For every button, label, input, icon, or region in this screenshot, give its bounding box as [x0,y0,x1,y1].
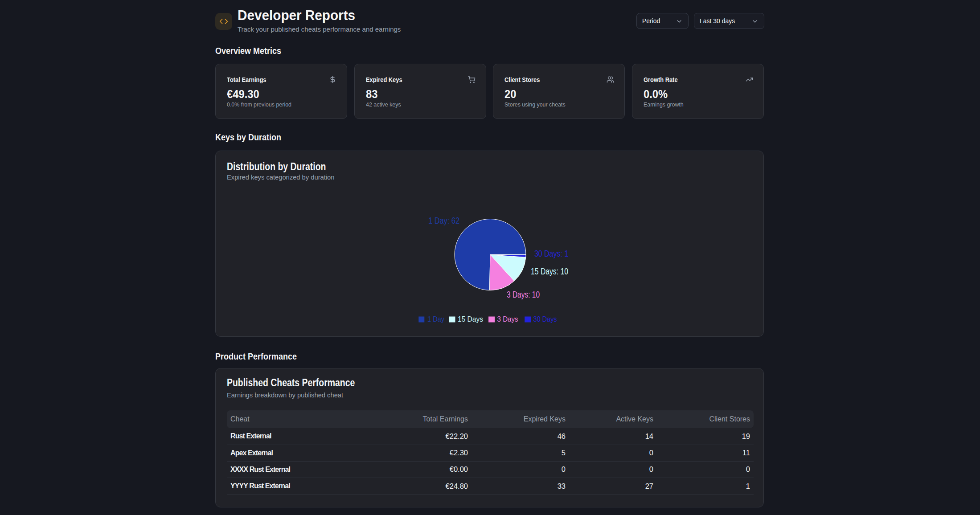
svg-text:15 Days: 15 Days [458,315,483,323]
svg-text:30 Days: 1: 30 Days: 1 [534,248,568,258]
svg-text:30 Days: 30 Days [533,315,557,323]
svg-text:3 Days: 3 Days [497,315,518,323]
svg-text:3 Days: 10: 3 Days: 10 [507,289,540,299]
svg-text:1 Day: 62: 1 Day: 62 [428,215,459,225]
svg-text:15 Days: 10: 15 Days: 10 [531,266,568,276]
svg-text:1 Day: 1 Day [427,315,444,323]
